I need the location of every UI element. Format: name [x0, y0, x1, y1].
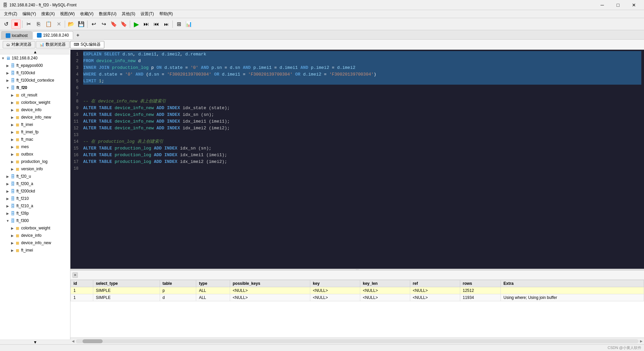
chart-button[interactable]: 📊 — [184, 19, 194, 29]
tree-node-f100ckd[interactable]: ▶ 🗄 ft_f100ckd — [0, 69, 70, 77]
expand-f210-a[interactable]: ▶ — [5, 204, 10, 208]
expand-cit-result[interactable]: ▶ — [10, 93, 15, 97]
object-browser-button[interactable]: 🗂 对象浏览器 — [3, 41, 35, 48]
expand-f300-device-info[interactable]: ▶ — [10, 233, 15, 238]
tree-node-device-info-new[interactable]: ▶ ▦ device_info_new — [0, 114, 70, 121]
expand-outbox[interactable]: ▶ — [10, 152, 15, 157]
expand-f200ckd[interactable]: ▶ — [5, 189, 10, 193]
refresh-button[interactable]: ↺ — [1, 19, 11, 29]
table-row[interactable]: 1 SIMPLE p ALL <NULL> <NULL> <NULL> <NUL… — [71, 287, 644, 294]
tree-node-f28p[interactable]: ▶ 🗄 ft_f28p — [0, 210, 70, 217]
menu-edit[interactable]: 编辑(Y) — [20, 10, 39, 17]
menu-other[interactable]: 其他(S) — [119, 10, 138, 17]
expand-version-info[interactable]: ▶ — [10, 167, 15, 171]
table-row[interactable]: 1 SIMPLE d ALL <NULL> <NULL> <NULL> <NUL… — [71, 294, 644, 301]
expand-f300-colorbox[interactable]: ▶ — [10, 226, 15, 230]
tree-node-f300-device-info[interactable]: ▶ ▦ device_info — [0, 232, 70, 239]
grid-button[interactable]: ⊞ — [174, 19, 183, 29]
last-button[interactable]: ⏭ — [162, 19, 171, 29]
add-tab-button[interactable]: + — [74, 31, 82, 39]
expand-f200-a[interactable]: ▶ — [5, 181, 10, 186]
expand-f300-device-info-new[interactable]: ▶ — [10, 240, 15, 245]
results-table[interactable]: id select_type table type possible_keys … — [70, 280, 644, 338]
expand-device-info-new[interactable]: ▶ — [10, 115, 15, 120]
hscroll-thumb[interactable] — [83, 339, 103, 343]
tree-node-epaypos600[interactable]: ▶ 🗄 ft_epaypos600 — [0, 62, 70, 69]
save-button[interactable]: 💾 — [76, 19, 86, 29]
tree-node-f20[interactable]: ▼ 🗄 ft_f20 — [0, 84, 70, 91]
expand-f20[interactable]: ▼ — [5, 85, 10, 90]
close-button[interactable]: ✕ — [626, 0, 641, 10]
expand-f20-u[interactable]: ▶ — [5, 174, 10, 179]
bookmark2-button[interactable]: 🔖 — [119, 19, 128, 29]
code-area[interactable]: EXPLAIN SELECT d.sn, d.imei1, d.imei2, d… — [80, 50, 644, 173]
sql-editor[interactable]: 1 2 3 4 5 6 7 8 9 10 11 12 13 14 15 16 1 — [70, 50, 644, 269]
tree-node-version-info[interactable]: ▶ ▦ version_info — [0, 165, 70, 173]
expand-server[interactable]: ▼ — [1, 56, 5, 60]
tree-node-production-log[interactable]: ▶ ▦ production_log — [0, 158, 70, 165]
tree-node-f210-a[interactable]: ▶ 🗄 ft_f210_a — [0, 202, 70, 210]
tree-node-f300-ft-imei[interactable]: ▶ ▦ ft_imei — [0, 247, 70, 254]
delete-button[interactable]: ✕ — [54, 19, 63, 29]
open-button[interactable]: 📂 — [66, 19, 76, 29]
tree-node-f210[interactable]: ▶ 🗄 ft_f210 — [0, 195, 70, 202]
menu-settings[interactable]: 设置(T) — [138, 10, 156, 17]
expand-ft-imei-fp[interactable]: ▶ — [10, 130, 15, 134]
results-close-button[interactable]: ✕ — [72, 272, 78, 278]
tree-node-device-info[interactable]: ▶ ▦ device_info — [0, 106, 70, 114]
expand-mes[interactable]: ▶ — [10, 144, 15, 149]
tree-node-server[interactable]: ▼ 🖥 192.168.8.240 — [0, 54, 70, 62]
expand-f28p[interactable]: ▶ — [5, 211, 10, 216]
tree-node-f300-colorbox[interactable]: ▶ ▦ colorbox_weight — [0, 224, 70, 232]
data-browser-button[interactable]: 📊 数据浏览器 — [36, 41, 69, 48]
undo-button[interactable]: ↩ — [89, 19, 98, 29]
run-step-button[interactable]: ⏭ — [142, 19, 151, 29]
run-button[interactable]: ▶ — [131, 19, 141, 29]
menu-file[interactable]: 文件(Z) — [1, 10, 20, 17]
tree-node-f300[interactable]: ▼ 🗄 ft_f300 — [0, 217, 70, 224]
tab-192168840[interactable]: 192.168.8.240 — [33, 31, 73, 39]
copy-button[interactable]: ⎘ — [34, 19, 43, 29]
first-button[interactable]: ⏮ — [152, 19, 161, 29]
expand-ft-imei[interactable]: ▶ — [10, 122, 15, 127]
paste-button[interactable]: 📋 — [44, 19, 53, 29]
menu-search[interactable]: 搜索(X) — [39, 10, 57, 17]
sidebar-scroll-up[interactable]: ▲ — [0, 50, 70, 54]
tree-node-f200-a[interactable]: ▶ 🗄 ft_f200_a — [0, 180, 70, 187]
minimize-button[interactable]: ─ — [595, 0, 610, 10]
expand-device-info[interactable]: ▶ — [10, 107, 15, 112]
tree-node-f100ckd-cortexlice[interactable]: ▶ 🗄 ft_f100ckd_cortexlice — [0, 77, 70, 84]
tree-node-ft-imei[interactable]: ▶ ▦ ft_imei — [0, 121, 70, 128]
tree-node-colorbox-weight[interactable]: ▶ ▦ colorbox_weight — [0, 99, 70, 106]
tab-localhost[interactable]: localhost — [1, 31, 32, 39]
tree-node-ft-imei-fp[interactable]: ▶ ▦ ft_imei_fp — [0, 128, 70, 136]
expand-epaypos600[interactable]: ▶ — [5, 63, 10, 68]
expand-f300-ft-imei[interactable]: ▶ — [10, 248, 15, 253]
tree-node-f300-device-info-new[interactable]: ▶ ▦ device_info_new — [0, 239, 70, 247]
stop-button[interactable]: ⏹ — [11, 19, 21, 29]
tree-node-cit-result[interactable]: ▶ ▦ cit_result — [0, 91, 70, 99]
expand-ft-mac[interactable]: ▶ — [10, 137, 15, 142]
maximize-button[interactable]: □ — [610, 0, 626, 10]
menu-view[interactable]: 视图(W) — [57, 10, 77, 17]
tree-node-outbox[interactable]: ▶ ▦ outbox — [0, 150, 70, 158]
sql-editor-button[interactable]: ⌨ SQL编辑器 — [70, 41, 104, 48]
bookmark-button[interactable]: 🔖 — [109, 19, 118, 29]
tree-node-mes[interactable]: ▶ ▦ mes — [0, 143, 70, 150]
menu-favorites[interactable]: 收藏(V) — [77, 10, 96, 17]
hscroll-track[interactable] — [76, 339, 639, 343]
cut-button[interactable]: ✂ — [24, 19, 33, 29]
sidebar-scroll-down[interactable]: ▼ — [0, 340, 70, 344]
menu-database[interactable]: 数据库(U) — [96, 10, 119, 17]
redo-button[interactable]: ↪ — [99, 19, 108, 29]
tree-node-f200ckd[interactable]: ▶ 🗄 ft_f200ckd — [0, 187, 70, 195]
expand-f100ckd[interactable]: ▶ — [5, 71, 10, 75]
expand-f300[interactable]: ▼ — [5, 218, 10, 223]
expand-colorbox-weight[interactable]: ▶ — [10, 100, 15, 105]
expand-f210[interactable]: ▶ — [5, 196, 10, 201]
horizontal-scrollbar[interactable]: ◀ ▶ — [70, 338, 644, 344]
tree-node-f20-u[interactable]: ▶ 🗄 ft_f20_u — [0, 173, 70, 180]
menu-help[interactable]: 帮助(R) — [157, 10, 176, 17]
expand-production-log[interactable]: ▶ — [10, 159, 15, 164]
expand-f100ckd-cortexlice[interactable]: ▶ — [5, 78, 10, 83]
